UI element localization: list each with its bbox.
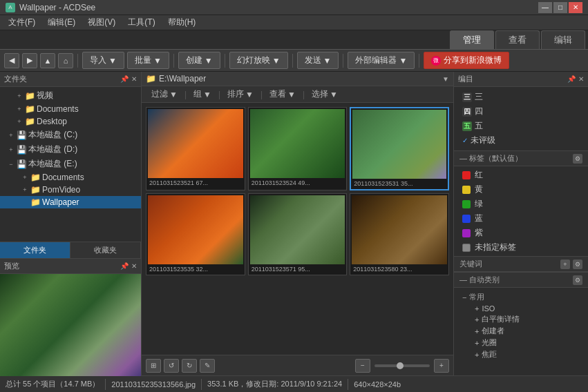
tab-edit[interactable]: 编辑 xyxy=(541,30,585,49)
rotate-right-button[interactable]: ↻ xyxy=(182,359,197,373)
auto-cat-common-header[interactable]: − 常用 xyxy=(462,291,580,304)
preview-pin-icon[interactable]: 📌 xyxy=(120,262,129,270)
close-button[interactable]: ✕ xyxy=(569,2,582,13)
auto-cat-settings-icon[interactable]: ⚙ xyxy=(573,275,582,285)
create-button[interactable]: 创建▼ xyxy=(178,52,220,69)
folder-icon: 📁 xyxy=(30,185,41,195)
home-button[interactable]: ⌂ xyxy=(58,53,73,68)
catalog-pin-icon[interactable]: 📌 xyxy=(567,75,576,83)
zoom-thumb[interactable] xyxy=(397,362,404,369)
maximize-button[interactable]: □ xyxy=(553,2,567,13)
back-button[interactable]: ◀ xyxy=(4,53,19,68)
tab-favorites[interactable]: 收藏夹 xyxy=(70,242,141,258)
view-button[interactable]: 查看 ▼ xyxy=(264,88,301,101)
folder-icon: 📁 xyxy=(25,91,35,101)
filter-button[interactable]: 过滤 ▼ xyxy=(146,88,183,101)
tags-section-header[interactable]: — 标签（默认值） ⚙ xyxy=(454,150,588,166)
menu-view[interactable]: 视图(V) xyxy=(82,15,121,30)
thumb-img-4 xyxy=(148,195,243,264)
tab-manage[interactable]: 管理 xyxy=(450,30,494,49)
import-button[interactable]: 导入▼ xyxy=(82,52,124,69)
select-button[interactable]: 选择 ▼ xyxy=(306,88,343,101)
tree-item-pornvideo[interactable]: + 📁 PomVideo xyxy=(0,184,141,196)
rotate-left-button[interactable]: ↺ xyxy=(164,359,179,373)
tree-item-video[interactable]: + 📁 视频 xyxy=(0,88,141,103)
tag-unassigned[interactable]: 未指定标签 xyxy=(459,240,582,255)
zoom-plus-button[interactable]: + xyxy=(434,359,449,373)
auto-sub-creator[interactable]: + 创建者 xyxy=(472,325,580,337)
menu-help[interactable]: 帮助(H) xyxy=(162,15,202,30)
sub-expand-icon: + xyxy=(475,339,479,347)
tag-blue[interactable]: 蓝 xyxy=(459,211,582,226)
filter-sep-3: | xyxy=(260,90,263,99)
right-panel: 编目 📌 ✕ 三 三 四 四 五 五 ✓ 未评级 xyxy=(453,72,588,375)
tree-item-documents1[interactable]: + 📁 Documents xyxy=(0,103,141,115)
tag-red[interactable]: 红 xyxy=(459,168,582,182)
catalog-close-icon[interactable]: ✕ xyxy=(578,75,584,83)
select-arrow-icon: ▼ xyxy=(330,90,338,99)
thumb-label-3: 2011031523531 35... xyxy=(352,179,446,188)
auto-cat-section-header[interactable]: — 自动类别 ⚙ xyxy=(454,272,588,288)
folder-icon: 📁 xyxy=(25,104,35,114)
tab-view[interactable]: 查看 xyxy=(495,30,540,49)
auto-sub-focal[interactable]: + 焦距 xyxy=(472,349,580,360)
toolbar-separator-6 xyxy=(419,54,419,68)
send-button[interactable]: 发送▼ xyxy=(297,52,339,69)
batch-button[interactable]: 批量▼ xyxy=(127,52,169,69)
tree-item-drive-c[interactable]: + 💾 本地磁盘 (C:) xyxy=(0,128,141,142)
thumbnail-5[interactable]: 2011031523571 95... xyxy=(248,193,348,275)
tag-color-red xyxy=(462,171,471,179)
tree-item-drive-d[interactable]: + 💾 本地磁盘 (D:) xyxy=(0,142,141,157)
forward-button[interactable]: ▶ xyxy=(22,53,37,68)
tab-folders[interactable]: 文件夹 xyxy=(0,242,70,258)
thumbnail-4[interactable]: 2011031523535 32... xyxy=(146,193,245,275)
group-button[interactable]: 组 ▼ xyxy=(188,88,217,101)
keyword-settings-icon[interactable]: ⚙ xyxy=(573,259,582,269)
thumb-img-3 xyxy=(352,110,446,179)
thumbnail-2[interactable]: 2011031523524 49... xyxy=(248,107,348,190)
zoom-track[interactable] xyxy=(374,364,430,367)
thumbnail-1[interactable]: 2011031523521 67... xyxy=(146,107,245,190)
window-title: Wallpaper - ACDSee xyxy=(19,3,95,12)
folder-panel-title: 文件夹 xyxy=(4,74,27,84)
status-dims: 640×428×24b xyxy=(354,380,401,389)
main-toolbar: ◀ ▶ ▲ ⌂ 导入▼ 批量▼ 创建▼ 幻灯放映▼ 发送▼ 外部编辑器▼ 微 分… xyxy=(0,50,588,72)
menu-edit[interactable]: 编辑(E) xyxy=(42,15,81,30)
sort-button[interactable]: 排序 ▼ xyxy=(222,88,259,101)
rating-unrated[interactable]: ✓ 未评级 xyxy=(459,133,582,148)
edit-button[interactable]: ✎ xyxy=(200,359,215,373)
tree-item-documents2[interactable]: + 📁 Documents xyxy=(0,171,141,184)
external-editor-button[interactable]: 外部编辑器▼ xyxy=(348,52,415,69)
rating-row-3[interactable]: 三 三 xyxy=(459,90,582,104)
slideshow-button[interactable]: 幻灯放映▼ xyxy=(229,52,288,69)
auto-sub-iso[interactable]: + ISO xyxy=(472,304,580,313)
tags-settings-icon[interactable]: ⚙ xyxy=(573,154,582,164)
minimize-button[interactable]: — xyxy=(538,2,552,13)
weibo-share-button[interactable]: 微 分享到新浪微博 xyxy=(424,52,509,69)
pin-icon[interactable]: 📌 xyxy=(120,75,129,83)
rating-row-4[interactable]: 四 四 xyxy=(459,104,582,119)
add-keyword-icon[interactable]: + xyxy=(560,259,570,269)
thumb-img-1 xyxy=(148,109,243,178)
tag-green[interactable]: 绿 xyxy=(459,197,582,211)
preview-close-icon[interactable]: ✕ xyxy=(131,262,137,270)
close-panel-icon[interactable]: ✕ xyxy=(131,75,137,83)
auto-sub-aperture[interactable]: + 光圈 xyxy=(472,337,580,349)
tag-purple[interactable]: 紫 xyxy=(459,226,582,240)
tag-yellow[interactable]: 黄 xyxy=(459,182,582,197)
folder-tree: + 📁 视频 + 📁 Documents + 📁 Desktop + 💾 本地 xyxy=(0,87,141,242)
tree-item-drive-e[interactable]: − 💾 本地磁盘 (E:) xyxy=(0,157,141,171)
toolbar-separator-5 xyxy=(343,54,343,68)
menu-tools[interactable]: 工具(T) xyxy=(122,15,160,30)
zoom-minus-button[interactable]: − xyxy=(355,359,370,373)
grid-view-button[interactable]: ⊞ xyxy=(146,359,161,373)
thumbnail-6[interactable]: 2011031523580 23... xyxy=(350,193,449,275)
rating-row-5[interactable]: 五 五 xyxy=(459,119,582,133)
path-dropdown-icon[interactable]: ▼ xyxy=(442,75,449,83)
auto-sub-wb[interactable]: + 白平衡详情 xyxy=(472,313,580,325)
thumbnail-3[interactable]: 2011031523531 35... xyxy=(350,107,449,190)
menu-file[interactable]: 文件(F) xyxy=(3,15,41,30)
up-button[interactable]: ▲ xyxy=(40,53,55,68)
tree-item-desktop[interactable]: + 📁 Desktop xyxy=(0,115,141,128)
tree-item-wallpaper[interactable]: 📁 Wallpaper xyxy=(0,196,141,208)
